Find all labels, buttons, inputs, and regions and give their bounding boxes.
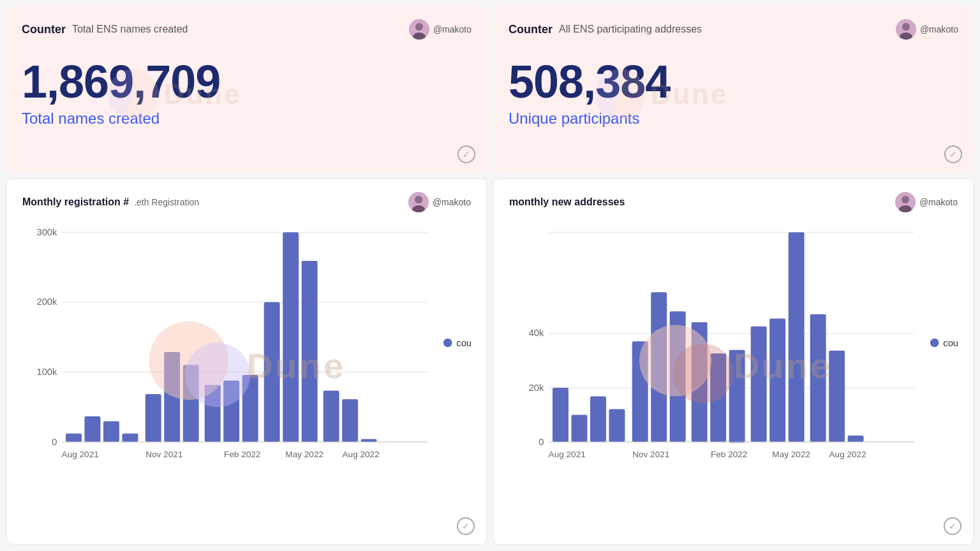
svg-point-7 [415,196,422,203]
counter-value-1: 1,869,709 [22,59,471,105]
svg-text:0: 0 [538,437,544,447]
svg-rect-30 [323,391,339,443]
user-badge-3: @makoto [408,192,471,212]
card-header-left-2: Counter All ENS participating addresses [509,23,702,36]
user-label-1: @makoto [433,24,471,34]
avatar-4 [895,192,916,212]
svg-text:100k: 100k [36,367,57,377]
svg-text:count: count [456,338,471,348]
svg-rect-31 [342,399,358,442]
svg-rect-17 [66,434,82,442]
svg-rect-28 [283,232,299,442]
counter-content-1: 1,869,709 Total names created [22,52,471,128]
svg-text:200k: 200k [36,297,57,307]
user-label-3: @makoto [433,197,471,207]
chart-header-left-2: monthly new addresses [509,196,625,208]
chart-card-2: monthly new addresses @makoto [493,179,974,545]
dashboard-grid: Counter Total ENS names created @makoto … [0,0,980,551]
svg-text:300k: 300k [36,227,57,237]
svg-text:Aug 2022: Aug 2022 [343,450,380,459]
svg-rect-19 [103,422,119,442]
chart-header-left-1: Monthly registration # .eth Registration [22,196,199,208]
svg-point-4 [902,23,910,31]
svg-rect-57 [609,409,625,442]
chart-subtitle-1: .eth Registration [134,197,199,207]
counter-tag-2: Counter [509,23,553,36]
counter-tag-1: Counter [22,23,66,36]
svg-rect-69 [848,436,864,442]
counter-card-1: Counter Total ENS names created @makoto … [6,6,487,172]
svg-text:May 2022: May 2022 [285,450,323,459]
svg-point-45 [902,196,909,203]
counter-label-2: Unique participants [509,110,958,128]
svg-text:Nov 2021: Nov 2021 [145,450,182,459]
svg-text:count: count [943,338,958,348]
svg-text:Dune: Dune [734,346,833,386]
card-header-left-1: Counter Total ENS names created [22,23,188,36]
svg-point-1 [415,23,423,31]
check-icon-1: ✓ [457,145,475,163]
svg-text:Nov 2021: Nov 2021 [632,450,669,459]
card-header-1: Counter Total ENS names created @makoto [22,19,471,40]
svg-point-77 [672,344,733,404]
chart-area-1: 300k 200k 100k 0 [22,225,471,532]
chart-card-1: Monthly registration # .eth Registration… [6,179,487,545]
chart-svg-1: 300k 200k 100k 0 [22,225,471,532]
svg-text:Feb 2022: Feb 2022 [224,450,260,459]
svg-rect-20 [122,434,138,442]
svg-text:20k: 20k [529,383,544,393]
counter-subtitle-1: Total ENS names created [72,24,188,35]
chart-title-2: monthly new addresses [509,196,625,208]
counter-value-2: 508,384 [509,59,958,105]
svg-text:40k: 40k [529,328,544,339]
svg-text:Aug 2021: Aug 2021 [62,450,99,459]
avatar-2 [896,19,916,40]
chart-svg-2: 40k 20k 0 [509,225,958,532]
svg-text:Aug 2022: Aug 2022 [829,450,866,459]
svg-rect-54 [553,388,568,442]
chart-area-2: 40k 20k 0 [509,225,958,532]
check-icon-3: ✓ [457,517,475,535]
svg-rect-18 [85,416,101,442]
svg-point-79 [930,339,939,347]
svg-point-40 [185,343,250,408]
svg-rect-66 [789,232,805,442]
svg-rect-56 [590,396,606,442]
check-icon-4: ✓ [944,517,961,535]
svg-point-42 [443,339,452,347]
user-label-2: @makoto [920,24,958,34]
svg-rect-21 [145,394,161,442]
chart-header-2: monthly new addresses @makoto [509,192,958,212]
svg-text:May 2022: May 2022 [772,450,810,459]
counter-content-2: 508,384 Unique participants [509,52,958,128]
user-label-4: @makoto [919,197,958,207]
svg-rect-32 [361,439,377,442]
counter-subtitle-2: All ENS participating addresses [559,24,702,35]
svg-text:0: 0 [52,437,57,447]
svg-text:Dune: Dune [247,346,346,386]
chart-title-1: Monthly registration # [22,196,129,208]
card-header-2: Counter All ENS participating addresses … [509,19,958,40]
chart-header-1: Monthly registration # .eth Registration… [22,192,471,212]
user-badge-1: @makoto [409,19,471,40]
user-badge-2: @makoto [896,19,958,40]
check-icon-2: ✓ [944,145,962,163]
svg-rect-55 [572,415,588,443]
user-badge-4: @makoto [895,192,958,212]
avatar-3 [408,192,429,212]
counter-card-2: Counter All ENS participating addresses … [493,6,974,172]
counter-label-1: Total names created [22,110,471,128]
svg-text:Aug 2021: Aug 2021 [549,450,586,459]
svg-text:Feb 2022: Feb 2022 [711,450,747,459]
avatar-1 [409,19,429,40]
